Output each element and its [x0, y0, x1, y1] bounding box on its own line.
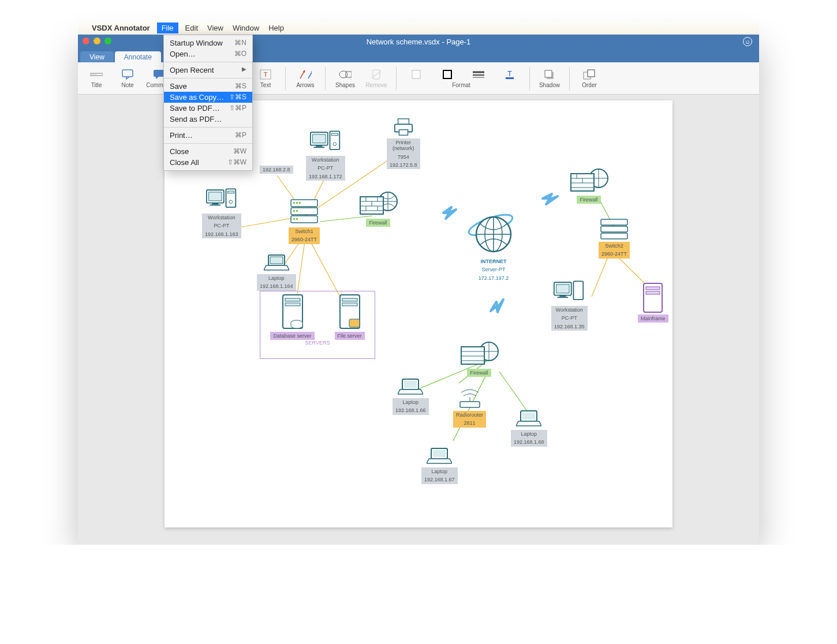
menubar-help[interactable]: Help: [268, 24, 284, 32]
hub-ip-label: 192.168.2.8: [260, 166, 293, 174]
switch-icon: [289, 197, 320, 226]
menu-send-as-pdf[interactable]: Send as PDF…: [164, 114, 252, 125]
node-firewall-2[interactable]: Firewall: [569, 167, 609, 204]
svg-rect-104: [574, 281, 584, 299]
menubar-file[interactable]: File: [157, 23, 178, 33]
node-firewall-1[interactable]: Firewall: [358, 190, 398, 227]
svg-rect-47: [398, 119, 409, 124]
menubar-app[interactable]: VSDX Annotator: [92, 24, 150, 32]
stroke-icon: [441, 69, 454, 80]
node-radiorouter[interactable]: Radiorouter2811: [453, 389, 486, 428]
printer-title: Printer (network): [387, 138, 420, 153]
servers-group-title: SERVERS: [260, 340, 375, 346]
node-laptop-1[interactable]: Laptop192.168.1.164: [257, 253, 296, 291]
laptop4-title: Laptop: [421, 467, 458, 475]
tool-line-style[interactable]: Format: [464, 64, 494, 93]
menubar-view[interactable]: View: [207, 24, 223, 32]
svg-rect-116: [460, 402, 480, 407]
node-firewall-3[interactable]: Firewall: [459, 340, 499, 377]
node-hub[interactable]: 192.168.2.8: [260, 166, 293, 174]
fw3-title: Firewall: [467, 369, 491, 377]
line-style-icon: [472, 69, 485, 80]
tool-shadow[interactable]: Shadow: [535, 64, 565, 93]
tool-shapes[interactable]: Shapes: [330, 64, 360, 93]
tab-annotate[interactable]: Annotate: [115, 51, 161, 62]
text-icon: T: [259, 69, 272, 80]
node-workstation-1[interactable]: WorkstationPC-PT192.168.1.172: [306, 129, 345, 181]
laptop-icon: [516, 409, 541, 429]
menu-save[interactable]: Save⌘S: [164, 81, 252, 92]
svg-rect-66: [296, 218, 298, 220]
minimize-window-button[interactable]: [94, 38, 100, 44]
internet-ip: 172.17.197.2: [476, 274, 512, 282]
ws1-sub: PC-PT: [306, 164, 345, 172]
tab-view[interactable]: View: [80, 51, 114, 62]
ws3-ip: 192.168.1.35: [551, 323, 588, 331]
node-switch-1[interactable]: Switch12960-24TT: [289, 197, 320, 244]
node-db-server[interactable]: Database server: [270, 294, 314, 340]
node-laptop-3[interactable]: Laptop192.168.1.68: [511, 409, 547, 447]
tool-remove[interactable]: Remove: [361, 64, 391, 93]
server-icon: [279, 294, 306, 332]
menu-save-to-pdf[interactable]: Save to PDF…⇧⌘P: [164, 103, 252, 114]
order-icon: [583, 69, 596, 80]
svg-rect-98: [601, 226, 627, 232]
tool-stroke[interactable]: [432, 64, 462, 93]
menu-close[interactable]: Close⌘W: [164, 146, 252, 157]
svg-rect-118: [522, 413, 535, 420]
svg-text:T: T: [507, 69, 512, 78]
svg-rect-102: [559, 295, 566, 297]
server-icon: [337, 294, 363, 332]
firewall-icon: [358, 190, 398, 219]
svg-rect-14: [412, 70, 420, 78]
svg-rect-86: [349, 319, 360, 327]
node-file-server[interactable]: File server: [335, 294, 365, 340]
tool-arrows[interactable]: Arrows: [290, 64, 320, 93]
menu-startup-window[interactable]: Startup Window⌘N: [164, 38, 252, 48]
node-mainframe[interactable]: Mainframe: [638, 282, 668, 323]
shadow-icon: [543, 69, 556, 80]
ws1-title: Workstation: [306, 156, 345, 164]
svg-rect-42: [316, 145, 322, 147]
node-internet[interactable]: INTERNETServer-PT172.17.197.2: [468, 210, 520, 282]
menu-print[interactable]: Print…⌘P: [164, 130, 252, 141]
tool-text-color[interactable]: T: [495, 64, 525, 93]
svg-rect-120: [433, 450, 446, 457]
tool-text[interactable]: TText: [251, 64, 281, 93]
tool-fill[interactable]: [401, 64, 431, 93]
feedback-icon[interactable]: ☺: [743, 37, 752, 46]
tool-note[interactable]: Note: [113, 64, 143, 93]
node-printer[interactable]: Printer (network)7954192.172.5.8: [387, 118, 420, 169]
svg-rect-80: [285, 298, 300, 301]
laptop2-title: Laptop: [393, 398, 429, 406]
fullscreen-window-button[interactable]: [104, 38, 111, 44]
note-icon: [121, 69, 134, 80]
node-laptop-2[interactable]: Laptop192.168.1.66: [393, 377, 429, 415]
menubar-window[interactable]: Window: [233, 24, 259, 32]
node-workstation-2[interactable]: WorkstationPC-PT192.168.1.163: [202, 187, 241, 238]
tool-title[interactable]: Title: [81, 64, 111, 93]
menu-save-as-copy[interactable]: Save as Copy…⇧⌘S: [164, 92, 252, 103]
menubar-edit[interactable]: Edit: [185, 24, 198, 32]
sw2-title: Switch2: [599, 242, 630, 250]
sw1-title: Switch1: [289, 227, 320, 235]
ws3-title: Workstation: [551, 306, 588, 314]
svg-rect-62: [299, 202, 301, 204]
svg-rect-103: [558, 297, 569, 298]
svg-rect-2: [122, 70, 133, 77]
laptop1-title: Laptop: [257, 274, 296, 282]
close-window-button[interactable]: [83, 38, 89, 44]
ws2-title: Workstation: [202, 214, 241, 222]
menu-open[interactable]: Open…⌘O: [164, 48, 252, 59]
node-switch-2[interactable]: Switch22960-24TT: [599, 218, 630, 259]
node-laptop-4[interactable]: Laptop192.168.1.67: [421, 447, 458, 484]
menu-open-recent[interactable]: Open Recent▶: [164, 65, 252, 76]
node-workstation-3[interactable]: WorkstationPC-PT192.168.1.35: [551, 279, 588, 331]
menu-close-all[interactable]: Close All⇧⌘W: [164, 157, 252, 168]
svg-rect-63: [293, 210, 295, 212]
tool-order[interactable]: Order: [574, 64, 604, 93]
globe-icon: [468, 210, 520, 256]
mainframe-icon: [641, 282, 664, 314]
svg-rect-24: [588, 70, 595, 77]
servers-group[interactable]: Database server File server SERVERS: [260, 291, 375, 359]
